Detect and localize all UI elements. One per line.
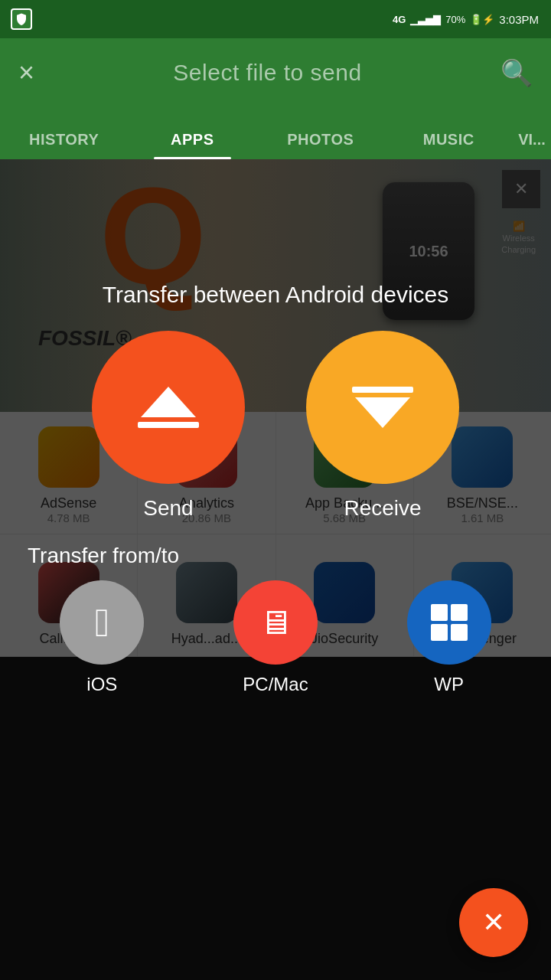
close-overlay-fab[interactable]: ✕ [459, 888, 528, 957]
wp-label: WP [434, 674, 464, 695]
status-bar-right: 4G ▁▃▅▇ 70% 🔋⚡ 3:03PM [393, 13, 539, 26]
tab-more[interactable]: VI... [513, 131, 551, 159]
pc-circle: 🖥 [233, 580, 318, 665]
status-bar: 4G ▁▃▅▇ 70% 🔋⚡ 3:03PM [0, 0, 551, 38]
wp-circle [407, 580, 491, 665]
upload-icon [138, 387, 199, 428]
win-sq-1 [431, 604, 448, 621]
win-sq-3 [431, 624, 448, 641]
wp-platform-button[interactable]: WP [407, 580, 491, 695]
close-button[interactable]: × [18, 59, 34, 87]
status-bar-left [11, 8, 32, 30]
windows-logo [431, 604, 468, 641]
search-button[interactable]: 🔍 [500, 57, 533, 88]
send-button[interactable] [92, 331, 245, 484]
time-display: 3:03PM [499, 13, 539, 26]
send-action: Send [92, 331, 245, 521]
battery-percent: 70% [445, 14, 465, 25]
ios-label: iOS [86, 674, 117, 695]
transfer-android-title: Transfer between Android devices [72, 282, 479, 308]
tab-photos[interactable]: PHOTOS [256, 131, 385, 159]
close-fab-icon: ✕ [482, 909, 505, 936]
signal-bars: ▁▃▅▇ [410, 14, 441, 25]
download-arrow [355, 397, 410, 428]
send-label: Send [143, 496, 193, 521]
receive-action: Receive [306, 331, 459, 521]
app-header: × Select file to send 🔍 [0, 38, 551, 107]
main-content: Q ✕ FOSSIL® 10:56 📶WirelessCharging AdSe… [0, 159, 551, 980]
ios-circle:  [60, 580, 144, 665]
network-icon: 4G [393, 14, 406, 25]
tab-apps[interactable]: APPS [129, 131, 257, 159]
transfer-fromto-title: Transfer from/to [0, 544, 551, 568]
header-title: Select file to send [34, 60, 500, 86]
platform-row:  iOS 🖥 PC/Mac [0, 580, 551, 695]
win-sq-4 [451, 624, 468, 641]
upload-arrow [141, 387, 196, 417]
shield-icon [11, 8, 32, 30]
ios-platform-button[interactable]:  iOS [60, 580, 144, 695]
receive-button[interactable] [306, 331, 459, 484]
transfer-fromto-section: Transfer from/to  iOS 🖥 PC/Mac [0, 544, 551, 695]
battery-icon: 🔋⚡ [470, 14, 494, 25]
monitor-icon: 🖥 [259, 603, 292, 642]
download-icon [352, 387, 413, 428]
pc-label: PC/Mac [243, 674, 308, 695]
download-bar [352, 387, 413, 393]
apple-icon:  [95, 603, 109, 642]
send-receive-row: Send Receive [0, 331, 551, 521]
tab-music[interactable]: MUSIC [385, 131, 514, 159]
transfer-overlay: Transfer between Android devices Send [0, 159, 551, 980]
tab-history[interactable]: HISTORY [0, 131, 129, 159]
win-sq-2 [451, 604, 468, 621]
transfer-android-section: Transfer between Android devices Send [0, 159, 551, 521]
tab-bar: HISTORY APPS PHOTOS MUSIC VI... [0, 107, 551, 159]
receive-label: Receive [344, 496, 421, 521]
pc-platform-button[interactable]: 🖥 PC/Mac [233, 580, 318, 695]
upload-bar [138, 422, 199, 428]
